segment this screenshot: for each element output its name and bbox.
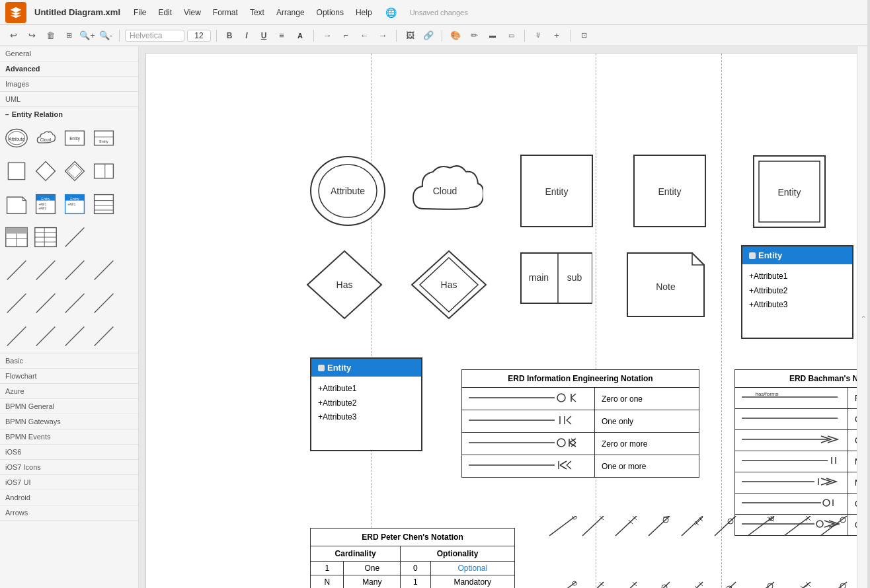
zoom-in-button[interactable]: 🔍+ <box>79 28 95 44</box>
menu-file[interactable]: File <box>128 7 151 18</box>
sidebar-line-4[interactable] <box>90 256 118 284</box>
sidebar-line-5[interactable] <box>3 289 30 317</box>
split-box-shape[interactable]: main sub <box>520 252 592 307</box>
fit-page-button[interactable]: ⊞ <box>61 28 77 44</box>
sidebar-line-8[interactable] <box>90 289 118 317</box>
sidebar-line-3[interactable] <box>61 256 89 284</box>
sidebar-images-header[interactable]: Images <box>0 77 138 91</box>
canvas[interactable]: Attribute Cloud Entity <box>145 53 857 588</box>
bold-button[interactable]: B <box>222 28 237 43</box>
entity-double-shape[interactable]: Entity <box>752 155 826 231</box>
sidebar-ios7-icons-header[interactable]: iOS7 Icons <box>0 460 138 474</box>
sidebar-shape-line[interactable] <box>61 223 89 251</box>
sidebar-advanced-header[interactable]: Advanced <box>0 61 138 76</box>
entity-plain-shape[interactable]: Entity <box>520 154 594 230</box>
sidebar-azure-header[interactable]: Azure <box>0 384 138 398</box>
delete-button[interactable]: 🗑 <box>42 28 58 44</box>
font-size-input[interactable] <box>187 30 211 42</box>
rect-fill-button[interactable]: ▬ <box>485 28 500 44</box>
sidebar-shape-table-lines[interactable] <box>32 223 59 251</box>
sidebar-shape-entity-plain[interactable]: Entity <box>61 124 89 152</box>
sidebar-arrows-header[interactable]: Arrows <box>0 505 138 520</box>
align-left-button[interactable]: ≡ <box>274 28 290 44</box>
entity-attrs-right[interactable]: Entity +Attribute1 +Attribute2 +Attribut… <box>741 245 853 339</box>
panel-toggle-button[interactable]: ⊡ <box>576 28 592 44</box>
sidebar-shape-note[interactable] <box>3 190 30 218</box>
line-color-button[interactable]: ✏ <box>466 28 482 44</box>
arrow-right-button[interactable]: → <box>319 28 335 44</box>
fill-color-button[interactable]: 🎨 <box>448 28 463 44</box>
sidebar-line-9[interactable] <box>3 322 30 350</box>
link-button[interactable]: 🔗 <box>420 28 436 44</box>
menu-view[interactable]: View <box>178 7 206 18</box>
menu-options[interactable]: Options <box>311 7 349 18</box>
sidebar-shape-diamond[interactable] <box>32 157 59 185</box>
sidebar-shape-table-alt[interactable] <box>3 223 30 251</box>
erd-ie-table: ERD Information Engineering Notation <box>461 369 699 478</box>
diamond2-shape[interactable]: Has <box>409 248 489 323</box>
sidebar-general-header[interactable]: General <box>0 46 138 61</box>
sidebar-line-10[interactable] <box>32 322 59 350</box>
sidebar-flowchart-header[interactable]: Flowchart <box>0 369 138 383</box>
sidebar-bpmn-gateways-header[interactable]: BPMN Gateways <box>0 414 138 429</box>
font-color-button[interactable]: A <box>292 28 308 44</box>
sidebar-shape-table[interactable] <box>90 190 118 218</box>
sidebar-shape-attribute[interactable]: Attribute <box>3 124 30 152</box>
sidebar-shape-diamond-double[interactable] <box>61 157 89 185</box>
sidebar-shape-entity-lined[interactable]: Entity <box>90 124 118 152</box>
menu-arrange[interactable]: Arrange <box>271 7 310 18</box>
sidebar-bpmn-general-header[interactable]: BPMN General <box>0 399 138 414</box>
bachman-row6-label: Optional, One <box>848 494 857 515</box>
sidebar-ios6-label: iOS6 <box>5 448 21 456</box>
menu-text[interactable]: Text <box>245 7 270 18</box>
sidebar-shape-entity-square[interactable] <box>3 157 30 185</box>
sidebar-ios7-ui-header[interactable]: iOS7 UI <box>0 475 138 490</box>
svg-line-85 <box>567 465 571 469</box>
italic-button[interactable]: I <box>239 28 254 43</box>
sidebar-line-6[interactable] <box>32 289 59 317</box>
sidebar-line-12[interactable] <box>90 322 118 350</box>
sidebar-android-header[interactable]: Android <box>0 490 138 505</box>
minimize-icon-left[interactable] <box>318 365 325 371</box>
sidebar-basic-header[interactable]: Basic <box>0 353 138 368</box>
add-button[interactable]: + <box>549 28 565 44</box>
arrow-bend-button[interactable]: ⌐ <box>338 28 354 44</box>
font-name-input[interactable] <box>125 30 184 42</box>
sidebar-line-2[interactable] <box>32 256 59 284</box>
menu-edit[interactable]: Edit <box>153 7 177 18</box>
sidebar-entity-relation-header[interactable]: − Entity Relation <box>0 107 138 122</box>
sidebar-shape-cloud[interactable]: Cloud <box>32 124 59 152</box>
sidebar-line-11[interactable] <box>61 322 89 350</box>
menu-format[interactable]: Format <box>208 7 243 18</box>
sidebar-shape-entity-attrs2[interactable]: Entity+Attr1 <box>61 190 89 218</box>
undo-button[interactable]: ↩ <box>5 28 21 44</box>
sidebar-uml-header[interactable]: UML <box>0 92 138 106</box>
minimize-icon[interactable] <box>749 252 756 259</box>
entity-attrs-left[interactable]: Entity +Attribute1 +Attribute2 +Attribut… <box>310 357 422 451</box>
arrow-left-button[interactable]: ← <box>356 28 372 44</box>
sidebar-line-7[interactable] <box>61 289 89 317</box>
sidebar-section-bpmn-general: BPMN General <box>0 399 138 414</box>
rect-line-button[interactable]: ▭ <box>503 28 519 44</box>
underline-button[interactable]: U <box>257 28 271 43</box>
sidebar-ios6-header[interactable]: iOS6 <box>0 445 138 459</box>
attribute-shape[interactable]: Attribute <box>308 151 387 233</box>
zoom-out-button[interactable]: 🔍- <box>98 28 114 44</box>
cloud-shape[interactable]: Cloud <box>404 156 483 231</box>
menu-help[interactable]: Help <box>350 7 377 18</box>
sidebar-line-1[interactable] <box>3 256 30 284</box>
canvas-area[interactable]: Attribute Cloud Entity <box>139 46 857 588</box>
table-row: N Many 1 Mandatory <box>311 575 515 589</box>
grid-button[interactable]: # <box>530 28 546 44</box>
sidebar-shape-entity-split[interactable] <box>90 157 118 185</box>
image-button[interactable]: 🖼 <box>402 28 418 44</box>
note-shape-canvas[interactable]: Note <box>626 252 705 320</box>
sidebar-bpmn-events-header[interactable]: BPMN Events <box>0 429 138 444</box>
redo-button[interactable]: ↪ <box>24 28 40 44</box>
entity-plain2-shape[interactable]: Entity <box>633 154 707 230</box>
svg-rect-25 <box>95 195 114 214</box>
sidebar-shape-entity-attrs[interactable]: Entity+Attr1+Attr2 <box>32 190 59 218</box>
arrow-right2-button[interactable]: → <box>375 28 391 44</box>
diamond1-shape[interactable]: Has <box>305 248 384 323</box>
card-num-2: N <box>311 575 344 589</box>
